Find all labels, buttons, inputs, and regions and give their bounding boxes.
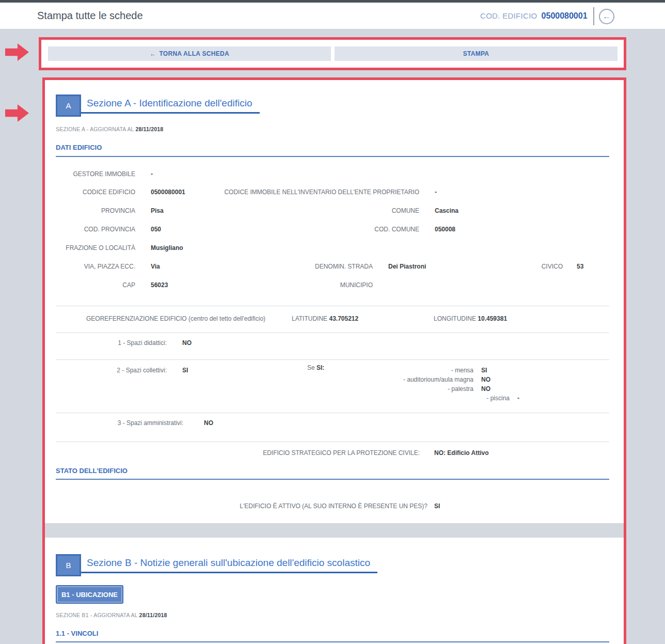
back-to-form-button[interactable]: ← TORNA ALLA SCHEDA [48, 46, 331, 61]
spazi-collettivi-label: 2 - Spazi collettivi: [117, 367, 167, 374]
geo-longitude: LONGITUDINE 10.459381 [434, 315, 507, 323]
field-civico-label: CIVICO [542, 263, 563, 271]
back-arrow-icon: ← [603, 12, 611, 21]
se-si-prefix: Se [307, 364, 316, 371]
auditorium-value: NO [481, 376, 490, 384]
print-button[interactable]: STAMPA [335, 46, 618, 61]
divider [56, 306, 609, 306]
se-si-label: Se SI: [307, 364, 324, 372]
field-cod-comune-value: 050008 [435, 226, 455, 233]
field-cod-provincia-value: 050 [151, 226, 161, 233]
app-header: Stampa tutte le schede COD. EDIFICIO 050… [0, 3, 665, 29]
toolbar-highlight-box: ← TORNA ALLA SCHEDA STAMPA [39, 37, 626, 70]
section-a-updated: SEZIONE A - AGGIORNATA AL 28/11/2018 [56, 126, 163, 132]
vincoli-heading: 1.1 - VINCOLI [56, 630, 98, 637]
back-to-form-label: TORNA ALLA SCHEDA [159, 50, 229, 57]
building-code-value: 0500080001 [542, 11, 588, 21]
header-divider [593, 7, 594, 25]
field-provincia-label: PROVINCIA [101, 207, 135, 215]
left-arrow-icon: ← [150, 50, 156, 57]
stato-edificio-rule [56, 479, 609, 480]
back-button[interactable]: ← [599, 9, 614, 24]
edificio-attivo-label: L'EDIFICIO È ATTIVO (AL SUO INTERNO È PR… [240, 502, 427, 510]
field-cod-provincia-label: COD. PROVINCIA [84, 226, 135, 233]
palestra-label: - palestra [448, 385, 473, 393]
card-content: A Sezione A - Identificazione dell'edifi… [45, 80, 624, 644]
vincoli-rule [56, 641, 609, 642]
divider [56, 413, 609, 413]
strategico-label: EDIFICIO STRATEGICO PER LA PROTEZIONE CI… [263, 449, 420, 457]
section-a-title: Sezione A - Identificazione dell'edifici… [87, 98, 252, 109]
section-b-title: Sezione B - Notizie generali sull'ubicaz… [87, 557, 370, 569]
field-comune-label: COMUNE [392, 207, 419, 215]
section-a-updated-date: 28/11/2018 [135, 126, 163, 132]
section-a-badge: A [56, 95, 81, 117]
field-civico-value: 53 [577, 263, 583, 271]
field-via-value: Via [151, 263, 160, 271]
building-code: COD. EDIFICIO 0500080001 [480, 3, 588, 29]
field-denom-strada-value: Dei Piastroni [388, 263, 426, 271]
spazi-collettivi-value: SI [182, 367, 188, 374]
section-separator-band [45, 523, 624, 538]
divider [56, 333, 609, 333]
building-code-label: COD. EDIFICIO [480, 11, 537, 20]
se-si-bold: SI: [316, 364, 324, 371]
field-codice-edificio-value: 0500080001 [151, 189, 185, 196]
field-codice-immobile-value: - [435, 189, 437, 196]
section-b-badge: B [56, 554, 81, 576]
field-cap-value: 56023 [151, 281, 168, 289]
field-cap-label: CAP [122, 281, 135, 289]
section-a-updated-prefix: SEZIONE A - AGGIORNATA AL [56, 126, 135, 132]
longitude-value: 10.459381 [478, 315, 507, 322]
page-title: Stampa tutte le schede [37, 3, 143, 29]
section-b1-updated: SEZIONE B1 - AGGIORNATA AL 28/11/2018 [56, 612, 167, 618]
divider [56, 442, 609, 442]
b1-ubicazione-badge: B1 - UBICAZIONE [56, 585, 123, 604]
field-codice-immobile-label: CODICE IMMOBILE NELL'INVENTARIO DELL'ENT… [224, 189, 419, 196]
section-b-title-wrap: Sezione B - Notizie generali sull'ubicaz… [81, 554, 377, 573]
page: Stampa tutte le schede COD. EDIFICIO 050… [0, 0, 665, 644]
field-frazione-label: FRAZIONE O LOCALITÀ [66, 244, 135, 252]
piscina-value: - [517, 395, 519, 402]
auditorium-label: - auditorioum/aula magna [403, 376, 473, 384]
spazi-amministrativi-label: 3 - Spazi amministrativi: [118, 419, 183, 427]
field-denom-strada-label: DENOMIN. STRADA [315, 263, 373, 271]
field-cod-comune-label: COD. COMUNE [374, 226, 419, 233]
field-frazione-value: Musigliano [151, 244, 183, 252]
field-comune-value: Cascina [435, 207, 458, 215]
piscina-label: - piscina [486, 395, 510, 402]
latitude-value: 43.705212 [329, 315, 358, 322]
annotation-arrow-toolbar [5, 43, 29, 61]
field-gestore-label: GESTORE IMMOBILE [73, 170, 135, 178]
field-codice-edificio-label: CODICE EDIFICIO [83, 189, 135, 196]
geo-latitude: LATITUDINE 43.705212 [292, 315, 358, 323]
longitude-label: LONGITUDINE [434, 315, 478, 322]
dati-edificio-rule [56, 156, 609, 157]
mensa-value: SI [481, 367, 487, 374]
section-a-title-wrap: Sezione A - Identificazione dell'edifici… [81, 95, 260, 114]
print-label: STAMPA [463, 50, 489, 57]
palestra-value: NO [481, 385, 490, 393]
field-provincia-value: Pisa [151, 207, 164, 215]
section-b1-updated-prefix: SEZIONE B1 - AGGIORNATA AL [56, 612, 139, 618]
field-gestore-value: - [151, 170, 153, 178]
strategico-value: NO: Edificio Attivo [434, 449, 489, 457]
field-municipio-label: MUNICIPIO [340, 281, 373, 289]
spazi-amministrativi-value: NO [204, 419, 213, 427]
content-highlight-box: A Sezione A - Identificazione dell'edifi… [42, 77, 626, 644]
section-b1-updated-date: 28/11/2018 [139, 612, 167, 618]
latitude-label: LATITUDINE [292, 315, 329, 322]
spazi-didattici-label: 1 - Spazi didattici: [118, 339, 167, 347]
annotation-arrow-section [5, 104, 29, 122]
geo-label: GEOREFERENZIAZIONE EDIFICIO (centro del … [86, 315, 265, 323]
mensa-label: - mensa [451, 367, 473, 374]
divider [56, 359, 609, 360]
spazi-didattici-value: NO [182, 339, 192, 347]
field-via-label: VIA, PIAZZA ECC. [84, 263, 135, 271]
stato-edificio-heading: STATO DELL'EDIFICIO [56, 467, 128, 475]
dati-edificio-heading: DATI EDIFICIO [56, 144, 102, 151]
edificio-attivo-value: SI [434, 502, 440, 510]
